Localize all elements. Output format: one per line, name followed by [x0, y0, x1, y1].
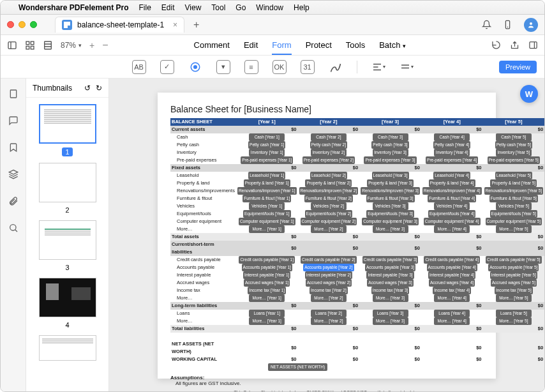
text-field-tool[interactable]: AB [132, 60, 146, 74]
form-field[interactable]: Property & land [Year 2] [305, 179, 352, 187]
form-field[interactable]: Pre-paid expenses [Year 1] [241, 156, 293, 164]
thumbnail-page-2[interactable] [39, 163, 96, 202]
form-field[interactable]: Income tax [Year 1] [248, 287, 286, 294]
form-field[interactable]: Renovations/improven [Year 4] [422, 187, 482, 195]
form-field[interactable]: Property & land [Year 5] [490, 179, 537, 187]
page-view-icon[interactable] [43, 40, 53, 50]
thumbnail-page-1[interactable] [39, 104, 96, 144]
sidebar-toggle-icon[interactable] [7, 40, 17, 50]
form-field[interactable]: Leasehold [Year 1] [248, 172, 285, 179]
button-tool[interactable]: OK [272, 60, 287, 74]
tab-protect[interactable]: Protect [306, 40, 332, 50]
form-field[interactable]: Vehicles [Year 2] [311, 202, 347, 210]
zoom-out-button[interactable]: − [102, 40, 108, 51]
rail-layers-icon[interactable] [7, 168, 20, 181]
form-field[interactable]: Interest payable [Year 4] [428, 271, 475, 279]
net-assets-field[interactable]: NET ASSETS (NET WORTH) [268, 363, 327, 371]
form-field[interactable]: Furniture & fitout [Year 4] [428, 195, 476, 202]
form-field[interactable]: More… [Year 2] [311, 225, 347, 233]
form-field[interactable]: Equipment/tools [Year 3] [366, 210, 414, 218]
form-field[interactable]: Property & land [Year 4] [429, 179, 475, 187]
close-window[interactable] [7, 21, 14, 28]
form-field[interactable]: Computer equipment [Year 3] [362, 218, 419, 225]
form-field[interactable]: Equipment/tools [Year 2] [305, 210, 353, 218]
form-field[interactable]: Interest payable [Year 3] [366, 271, 414, 279]
form-field[interactable]: Accounts payable [Year 1] [242, 264, 292, 271]
form-field[interactable]: Petty cash [Year 4] [433, 141, 470, 149]
form-field[interactable]: Accrued wages [Year 5] [491, 279, 537, 287]
thumbnail-page-3[interactable] [39, 220, 96, 260]
zoom-in-button[interactable]: + [89, 40, 94, 50]
more-tool[interactable]: ▾ [399, 60, 414, 74]
form-field[interactable]: Vehicles [Year 3] [373, 202, 408, 210]
zoom-control[interactable]: 87% ▾ [61, 41, 82, 50]
bell-icon[interactable] [482, 20, 491, 29]
form-field[interactable]: Property & land [Year 1] [244, 179, 290, 187]
form-field[interactable]: More… [Year 4] [434, 225, 470, 233]
form-field[interactable]: Credit cards payable [Year 2] [301, 256, 357, 264]
form-field[interactable]: Renovations/improven [Year 5] [484, 187, 544, 195]
tab-edit[interactable]: Edit [244, 40, 258, 50]
form-field[interactable]: Loans [Year 3] [373, 310, 408, 317]
form-field[interactable]: Vehicles [Year 5] [496, 202, 532, 210]
form-field[interactable]: Loans [Year 1] [249, 310, 285, 317]
form-field[interactable]: Loans [Year 4] [434, 310, 470, 317]
form-field[interactable]: Pre-paid expenses [Year 3] [364, 156, 416, 164]
form-field[interactable]: More… [Year 2] [311, 317, 347, 325]
form-field[interactable]: Interest payable [Year 2] [305, 271, 352, 279]
tab-form[interactable]: Form [272, 40, 291, 55]
form-field[interactable]: More… [Year 3] [373, 317, 408, 325]
form-field[interactable]: Pre-paid expenses [Year 5] [488, 156, 540, 164]
rotate-right-icon[interactable]: ↻ [96, 84, 102, 93]
form-field[interactable]: More… [Year 1] [249, 294, 285, 302]
form-field[interactable]: Equipment/tools [Year 5] [490, 210, 538, 218]
form-field[interactable]: More… [Year 2] [311, 294, 347, 302]
radio-tool[interactable] [188, 60, 202, 74]
form-field[interactable]: Leasehold [Year 2] [310, 172, 347, 179]
form-field[interactable]: Renovations/improven [Year 3] [361, 187, 420, 195]
form-field[interactable]: More… [Year 5] [496, 294, 532, 302]
form-field[interactable]: Income tax [Year 2] [310, 287, 348, 294]
form-field[interactable]: Computer equipment [Year 2] [301, 218, 357, 225]
form-field[interactable]: Accounts payable [Year 5] [488, 264, 539, 271]
form-field[interactable]: More… [Year 5] [496, 225, 532, 233]
form-field[interactable]: Accounts payable [Year 4] [427, 264, 477, 271]
form-field[interactable]: Vehicles [Year 4] [434, 202, 470, 210]
align-tool[interactable]: ▾ [371, 60, 385, 74]
rail-search-icon[interactable] [7, 222, 20, 234]
form-field[interactable]: Petty cash [Year 5] [495, 141, 532, 149]
share-icon[interactable] [510, 40, 519, 50]
form-field[interactable]: Vehicles [Year 1] [249, 202, 285, 210]
form-field[interactable]: Accrued wages [Year 4] [429, 279, 475, 287]
form-field[interactable]: Leasehold [Year 5] [495, 172, 532, 179]
form-field[interactable]: Credit cards payable [Year 3] [362, 256, 419, 264]
signature-tool[interactable] [329, 60, 343, 74]
menu-view[interactable]: View [185, 3, 202, 12]
menu-go[interactable]: Go [235, 3, 246, 12]
tab-tools[interactable]: Tools [346, 40, 365, 50]
tab-comment[interactable]: Comment [194, 40, 230, 50]
form-field[interactable]: Accounts payable [Year 2] [303, 264, 354, 271]
form-field[interactable]: Computer equipment [Year 5] [486, 218, 542, 225]
form-field[interactable]: Inventory [Year 1] [249, 149, 285, 156]
form-field[interactable]: Computer equipment [Year 1] [239, 218, 295, 225]
form-field[interactable]: Computer equipment [Year 4] [424, 218, 481, 225]
user-avatar[interactable] [524, 18, 538, 32]
form-field[interactable]: Furniture & fitout [Year 2] [304, 195, 353, 202]
form-field[interactable]: Inventory [Year 4] [434, 149, 470, 156]
form-field[interactable]: More… [Year 3] [373, 294, 408, 302]
form-field[interactable]: Credit cards payable [Year 1] [239, 256, 295, 264]
form-field[interactable]: Inventory [Year 2] [311, 149, 347, 156]
document-tab[interactable]: balance-sheet-template-1 × [55, 17, 184, 33]
form-field[interactable]: More… [Year 1] [249, 317, 285, 325]
form-field[interactable]: Leasehold [Year 3] [372, 172, 409, 179]
rotate-left-icon[interactable]: ↺ [84, 84, 91, 93]
form-field[interactable]: Cash [Year 4] [434, 133, 470, 141]
form-field[interactable]: Cash [Year 5] [496, 133, 532, 141]
word-export-button[interactable]: W [520, 85, 538, 103]
form-field[interactable]: Leasehold [Year 4] [433, 172, 470, 179]
date-tool[interactable]: 31 [301, 60, 315, 74]
menu-file[interactable]: File [139, 3, 151, 12]
form-field[interactable]: Furniture & fitout [Year 5] [489, 195, 538, 202]
menu-window[interactable]: Window [256, 3, 283, 12]
